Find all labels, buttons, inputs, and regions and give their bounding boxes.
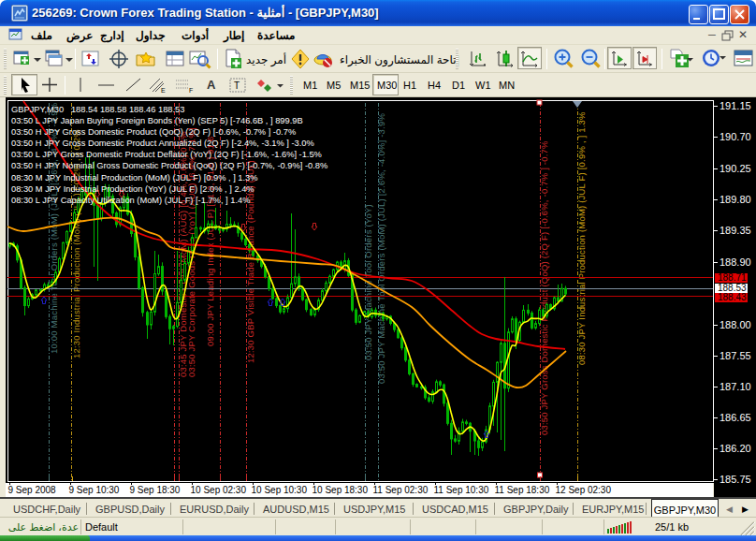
svg-text:10 Sep 18:30: 10 Sep 18:30	[313, 485, 369, 495]
svg-text:185.75: 185.75	[720, 474, 751, 485]
svg-text:9 Sep 18:30: 9 Sep 18:30	[130, 485, 181, 495]
svg-text:03:50 H JPY Nominal Gross Dome: 03:50 H JPY Nominal Gross Domestic Produ…	[11, 161, 327, 170]
svg-text:08:30 M JPY Industrial Product: 08:30 M JPY Industrial Production (MoM) …	[11, 173, 258, 183]
svg-text:03:50 L JPY Gross Domestic Pro: 03:50 L JPY Gross Domestic Product Defla…	[11, 150, 322, 159]
svg-text:186.65: 186.65	[720, 412, 751, 423]
svg-text:11 Sep 02:30: 11 Sep 02:30	[373, 485, 429, 495]
svg-text:03:50 JPY Machine Tool Orders: 03:50 JPY Machine Tool Orders (MoM) (JUL…	[376, 113, 386, 384]
svg-text:187.55: 187.55	[720, 350, 751, 361]
svg-text:11 Sep 10:30: 11 Sep 10:30	[434, 485, 489, 495]
svg-text:E: E	[161, 87, 166, 94]
svg-text:9 Sep 10:30: 9 Sep 10:30	[69, 485, 120, 495]
svg-text:186.20: 186.20	[720, 443, 751, 454]
svg-text:03:50 H JPY Gross Domestic Pro: 03:50 H JPY Gross Domestic Product Annua…	[11, 139, 314, 148]
svg-text:188.43: 188.43	[718, 292, 747, 302]
svg-text:189.35: 189.35	[720, 225, 751, 236]
svg-text:08:30 JPY Industrial Productio: 08:30 JPY Industrial Production (MoM) (J…	[576, 111, 587, 365]
svg-text:03:50 JPY Gross Domestic Produ: 03:50 JPY Gross Domestic Product (QoQ) (…	[539, 140, 549, 435]
svg-text:08:30 L JPY Capacity Utilizati: 08:30 L JPY Capacity Utilization (MoM) (…	[11, 196, 250, 205]
svg-text:190.70: 190.70	[720, 131, 751, 142]
svg-text:187.10: 187.10	[720, 381, 751, 392]
svg-text:GBPJPY,M30 188.54 188.58 188: GBPJPY,M30 188.54 188.58 188.46 188.53	[11, 105, 184, 114]
svg-text:11 Sep 18:30: 11 Sep 18:30	[495, 485, 550, 495]
svg-text:10 Sep 10:30: 10 Sep 10:30	[252, 485, 308, 495]
svg-text:9 Sep 2008: 9 Sep 2008	[8, 485, 57, 495]
svg-text:189.80: 189.80	[720, 194, 751, 205]
svg-text:10 Sep 02:30: 10 Sep 02:30	[191, 485, 247, 495]
svg-text:188.90: 188.90	[720, 256, 751, 268]
svg-text:191.15: 191.15	[720, 100, 751, 111]
svg-text:188.71: 188.71	[718, 272, 747, 283]
svg-text:188.00: 188.00	[720, 319, 751, 330]
svg-text:T: T	[234, 80, 240, 91]
svg-text:08:30 M JPY Industrial Product: 08:30 M JPY Industrial Production (YoY) …	[11, 184, 254, 194]
svg-text:03:50 L JPY Japan Buying Forei: 03:50 L JPY Japan Buying Foreign Bonds (…	[11, 116, 303, 125]
svg-text:03:50 H JPY Gross Domestic Pro: 03:50 H JPY Gross Domestic Product (QoQ)…	[11, 127, 296, 137]
svg-text:12 Sep 02:30: 12 Sep 02:30	[556, 485, 612, 495]
svg-text:190.25: 190.25	[720, 163, 751, 174]
svg-text:F: F	[189, 87, 193, 94]
